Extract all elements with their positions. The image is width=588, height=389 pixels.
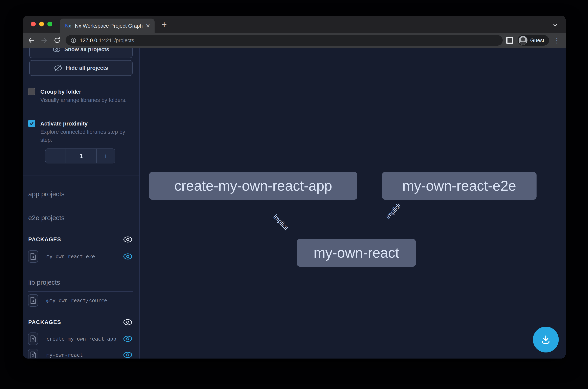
proximity-increment-button[interactable]: + xyxy=(97,149,115,163)
option-description: Visually arrange libraries by folders. xyxy=(40,96,136,104)
document-search-icon xyxy=(30,253,36,260)
back-button[interactable] xyxy=(25,34,38,47)
show-all-label: Show all projects xyxy=(64,48,109,53)
sidebar-divider xyxy=(23,176,139,176)
tab-title: Nx Workspace Project Graph xyxy=(75,23,143,29)
option-description: Explore connected libraries step by step… xyxy=(40,128,136,144)
avatar xyxy=(519,36,527,45)
project-row-create-my-own-react-app: create-my-own-react-app xyxy=(28,332,132,345)
forward-button[interactable] xyxy=(38,34,51,47)
download-icon xyxy=(540,334,552,345)
document-search-icon xyxy=(30,297,36,304)
graph-edges xyxy=(140,48,200,78)
project-name[interactable]: @my-own-react/source xyxy=(46,298,107,303)
document-search-icon xyxy=(30,351,36,358)
browser-tab[interactable]: Nx Nx Workspace Project Graph ✕ xyxy=(60,19,155,33)
hide-all-projects-button[interactable]: Hide all projects xyxy=(29,60,132,76)
focus-project-button[interactable] xyxy=(28,332,38,345)
minimize-window-button[interactable] xyxy=(39,22,44,27)
tab-list-chevron-down-icon[interactable] xyxy=(552,22,558,29)
project-row-my-own-react-source: @my-own-react/source xyxy=(28,294,132,307)
graph-node-create-my-own-react-app[interactable]: create-my-own-react-app xyxy=(149,172,357,200)
address-bar[interactable]: 127.0.0.1:4211/projects xyxy=(65,35,503,46)
project-visible-eye-icon[interactable] xyxy=(123,352,132,358)
url-path: :4211/projects xyxy=(101,37,134,43)
project-visible-eye-icon[interactable] xyxy=(123,253,132,260)
profile-label: Guest xyxy=(530,37,544,44)
url-text: 127.0.0.1:4211/projects xyxy=(80,37,134,44)
option-label: Group by folder xyxy=(40,88,133,96)
focus-project-button[interactable] xyxy=(28,294,38,307)
reload-button[interactable] xyxy=(51,34,64,47)
graph-node-my-own-react[interactable]: my-own-react xyxy=(297,239,416,267)
packages-label: PACKAGES xyxy=(28,236,61,243)
toggle-all-eye-icon[interactable] xyxy=(123,319,132,325)
tab-close-icon[interactable]: ✕ xyxy=(146,23,150,29)
new-tab-button[interactable]: + xyxy=(162,20,167,29)
eye-icon xyxy=(53,48,61,52)
project-name[interactable]: my-own-react xyxy=(46,352,83,358)
group-by-folder-checkbox[interactable] xyxy=(28,88,35,95)
zoom-window-button[interactable] xyxy=(47,22,52,27)
project-row-my-own-react-e2e: my-own-react-e2e xyxy=(28,250,132,263)
graph-canvas[interactable]: create-my-own-react-appmy-own-react-e2em… xyxy=(140,48,566,358)
option-activate-proximity: Activate proximity Explore connected lib… xyxy=(28,120,133,144)
focus-project-button[interactable] xyxy=(28,349,38,358)
project-name[interactable]: create-my-own-react-app xyxy=(46,336,116,342)
packages-label: PACKAGES xyxy=(28,319,61,325)
hide-all-label: Hide all projects xyxy=(66,65,108,71)
check-icon xyxy=(29,121,34,126)
edge-label-implicit: implicit xyxy=(272,213,290,231)
browser-toolbar: 127.0.0.1:4211/projects Guest ⋮ xyxy=(23,33,566,48)
edge-label-implicit: implicit xyxy=(385,202,402,220)
document-search-icon xyxy=(30,335,36,342)
tab-strip: Nx Nx Workspace Project Graph ✕ + xyxy=(23,16,566,33)
close-window-button[interactable] xyxy=(31,22,36,27)
proximity-decrement-button[interactable]: − xyxy=(45,149,66,163)
browser-menu-button[interactable]: ⋮ xyxy=(554,36,560,44)
show-all-projects-button[interactable]: Show all projects xyxy=(29,48,132,58)
browser-window: Nx Nx Workspace Project Graph ✕ + 127.0.… xyxy=(23,16,566,358)
focus-project-button[interactable] xyxy=(28,250,38,263)
option-label: Activate proximity xyxy=(40,120,133,128)
project-name[interactable]: my-own-react-e2e xyxy=(46,254,95,259)
proximity-stepper: − 1 + xyxy=(45,149,115,163)
page-content: Show all projects Hide all projects Grou… xyxy=(23,48,566,358)
proximity-value: 1 xyxy=(66,149,97,163)
profile-button[interactable]: Guest xyxy=(518,35,549,46)
project-visible-eye-icon[interactable] xyxy=(123,335,132,342)
site-info-icon[interactable] xyxy=(70,37,76,43)
toggle-all-eye-icon[interactable] xyxy=(123,236,132,243)
nx-logo-icon: Nx xyxy=(64,22,72,30)
packages-header-lib: PACKAGES xyxy=(28,318,132,327)
url-host: 127.0.0.1 xyxy=(80,37,101,43)
eye-off-icon xyxy=(54,65,62,71)
option-group-by-folder: Group by folder Visually arrange librari… xyxy=(28,88,133,104)
e2e-projects-header: e2e projects xyxy=(28,214,133,227)
app-projects-header: app projects xyxy=(28,190,133,203)
activate-proximity-checkbox[interactable] xyxy=(28,120,35,127)
packages-header-e2e: PACKAGES xyxy=(28,235,132,244)
graph-node-my-own-react-e2e[interactable]: my-own-react-e2e xyxy=(382,172,537,200)
project-row-my-own-react: my-own-react xyxy=(28,349,132,358)
side-panel-icon[interactable] xyxy=(506,37,513,44)
sidebar: Show all projects Hide all projects Grou… xyxy=(23,48,140,358)
lib-projects-header: lib projects xyxy=(28,278,133,292)
download-graph-button[interactable] xyxy=(533,327,559,353)
